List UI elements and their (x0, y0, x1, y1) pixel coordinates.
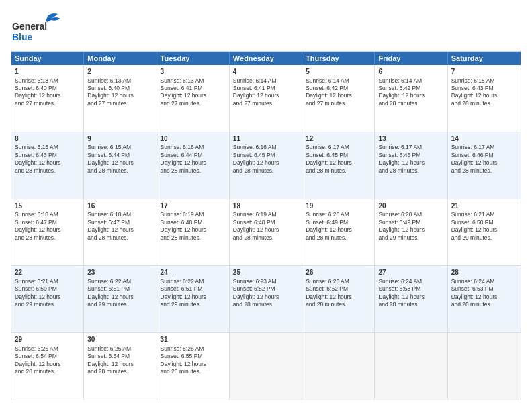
calendar-cell: 1Sunrise: 6:13 AMSunset: 6:40 PMDaylight… (11, 65, 84, 132)
day-number: 25 (233, 268, 298, 277)
day-info-line: Daylight: 12 hours (15, 159, 80, 167)
calendar-cell: 2Sunrise: 6:13 AMSunset: 6:40 PMDaylight… (84, 65, 157, 132)
day-info-line: Sunset: 6:46 PM (451, 152, 517, 159)
day-info-line: Sunrise: 6:25 AM (15, 345, 80, 353)
day-info-line: Sunset: 6:44 PM (161, 152, 226, 159)
calendar-cell: 30Sunrise: 6:25 AMSunset: 6:54 PMDayligh… (84, 333, 157, 400)
calendar-cell: 11Sunrise: 6:16 AMSunset: 6:45 PMDayligh… (230, 132, 302, 199)
day-info-line: Sunset: 6:51 PM (161, 285, 226, 293)
day-info-line: Daylight: 12 hours (451, 159, 517, 167)
calendar-cell: 27Sunrise: 6:24 AMSunset: 6:53 PMDayligh… (375, 266, 447, 332)
day-number: 18 (233, 201, 298, 211)
day-info-line: and 29 minutes. (15, 301, 80, 308)
day-info-line: Sunrise: 6:14 AM (306, 77, 371, 85)
day-info-line: Daylight: 12 hours (15, 293, 80, 301)
calendar-cell: 6Sunrise: 6:14 AMSunset: 6:42 PMDaylight… (375, 65, 447, 132)
day-info-line: Sunset: 6:50 PM (451, 219, 517, 226)
day-info-line: Daylight: 12 hours (233, 159, 298, 167)
day-info-line: and 28 minutes. (15, 167, 80, 175)
day-info-line: Daylight: 12 hours (451, 293, 517, 301)
calendar-cell: 26Sunrise: 6:23 AMSunset: 6:52 PMDayligh… (302, 266, 375, 332)
day-info-line: Sunset: 6:47 PM (87, 219, 152, 226)
calendar-cell: 10Sunrise: 6:16 AMSunset: 6:44 PMDayligh… (157, 132, 230, 199)
day-info-line: Sunset: 6:48 PM (161, 219, 226, 226)
calendar-cell: 5Sunrise: 6:14 AMSunset: 6:42 PMDaylight… (302, 65, 375, 132)
day-info-line: and 28 minutes. (378, 167, 443, 175)
day-info-line: Sunset: 6:53 PM (378, 285, 443, 293)
day-info-line: Sunset: 6:42 PM (378, 85, 443, 92)
day-number: 17 (161, 201, 226, 211)
calendar-row: 29Sunrise: 6:25 AMSunset: 6:54 PMDayligh… (11, 333, 521, 400)
day-info-line: and 28 minutes. (233, 301, 298, 308)
day-info-line: and 28 minutes. (306, 167, 371, 175)
day-info-line: and 27 minutes. (15, 100, 80, 107)
day-info-line: Daylight: 12 hours (87, 159, 152, 167)
day-info-line: Sunrise: 6:17 AM (451, 144, 517, 151)
day-number: 1 (15, 67, 80, 77)
day-number: 3 (161, 67, 226, 77)
day-info-line: Sunset: 6:50 PM (15, 285, 80, 293)
day-info-line: and 28 minutes. (378, 301, 443, 308)
day-number: 23 (87, 268, 152, 277)
day-number: 16 (87, 201, 152, 211)
day-info-line: Sunset: 6:43 PM (451, 85, 517, 92)
calendar-cell (375, 333, 447, 400)
day-info-line: Daylight: 12 hours (378, 226, 443, 234)
calendar-body: 1Sunrise: 6:13 AMSunset: 6:40 PMDaylight… (11, 65, 521, 400)
day-number: 15 (15, 201, 80, 211)
svg-text:General: General (12, 21, 47, 32)
day-number: 30 (87, 335, 152, 345)
day-info-line: Sunrise: 6:22 AM (161, 278, 226, 285)
day-number: 8 (15, 134, 80, 144)
day-info-line: Daylight: 12 hours (451, 226, 517, 234)
calendar-cell: 4Sunrise: 6:14 AMSunset: 6:41 PMDaylight… (230, 65, 302, 132)
svg-text:Blue: Blue (12, 32, 33, 42)
calendar-header-cell: Wednesday (230, 52, 302, 65)
calendar-header-cell: Monday (84, 52, 157, 65)
day-info-line: and 28 minutes. (233, 234, 298, 242)
day-info-line: Sunset: 6:51 PM (87, 285, 152, 293)
day-info-line: Sunrise: 6:17 AM (306, 144, 371, 151)
day-info-line: and 28 minutes. (15, 368, 80, 375)
calendar-cell (448, 333, 521, 400)
day-info-line: and 29 minutes. (378, 234, 443, 242)
calendar-row: 22Sunrise: 6:21 AMSunset: 6:50 PMDayligh… (11, 266, 521, 333)
day-info-line: Sunrise: 6:23 AM (233, 278, 298, 285)
day-number: 2 (87, 67, 152, 77)
day-info-line: Sunset: 6:53 PM (451, 285, 517, 293)
day-info-line: and 29 minutes. (451, 234, 517, 242)
day-info-line: Sunset: 6:44 PM (87, 152, 152, 159)
day-number: 11 (233, 134, 298, 144)
day-info-line: Sunset: 6:40 PM (87, 85, 152, 92)
day-info-line: Sunset: 6:46 PM (378, 152, 443, 159)
day-info-line: Daylight: 12 hours (306, 226, 371, 234)
day-info-line: and 28 minutes. (87, 368, 152, 375)
day-info-line: Daylight: 12 hours (161, 293, 226, 301)
calendar-header-cell: Sunday (11, 52, 84, 65)
day-info-line: Daylight: 12 hours (15, 226, 80, 234)
day-info-line: Daylight: 12 hours (87, 293, 152, 301)
day-info-line: Daylight: 12 hours (161, 226, 226, 234)
day-info-line: Sunrise: 6:20 AM (306, 211, 371, 218)
day-info-line: Daylight: 12 hours (378, 92, 443, 99)
day-info-line: and 28 minutes. (306, 301, 371, 308)
day-info-line: Sunrise: 6:13 AM (87, 77, 152, 85)
calendar-cell: 29Sunrise: 6:25 AMSunset: 6:54 PMDayligh… (11, 333, 84, 400)
day-info-line: Sunrise: 6:19 AM (161, 211, 226, 218)
day-info-line: and 27 minutes. (87, 100, 152, 107)
day-info-line: Sunset: 6:45 PM (306, 152, 371, 159)
page: General Blue SundayMondayTuesdayWednesda… (0, 0, 532, 411)
calendar-cell: 8Sunrise: 6:15 AMSunset: 6:43 PMDaylight… (11, 132, 84, 199)
day-info-line: Sunrise: 6:15 AM (15, 144, 80, 151)
calendar-cell (302, 333, 375, 400)
calendar-row: 1Sunrise: 6:13 AMSunset: 6:40 PMDaylight… (11, 65, 521, 132)
day-info-line: Sunrise: 6:13 AM (161, 77, 226, 85)
day-info-line: and 28 minutes. (451, 167, 517, 175)
day-info-line: and 29 minutes. (161, 301, 226, 308)
day-number: 28 (451, 268, 517, 277)
calendar-header-cell: Tuesday (157, 52, 230, 65)
day-info-line: and 28 minutes. (161, 368, 226, 375)
day-info-line: Daylight: 12 hours (15, 361, 80, 368)
day-info-line: Sunset: 6:52 PM (233, 285, 298, 293)
day-info-line: Sunset: 6:40 PM (15, 85, 80, 92)
